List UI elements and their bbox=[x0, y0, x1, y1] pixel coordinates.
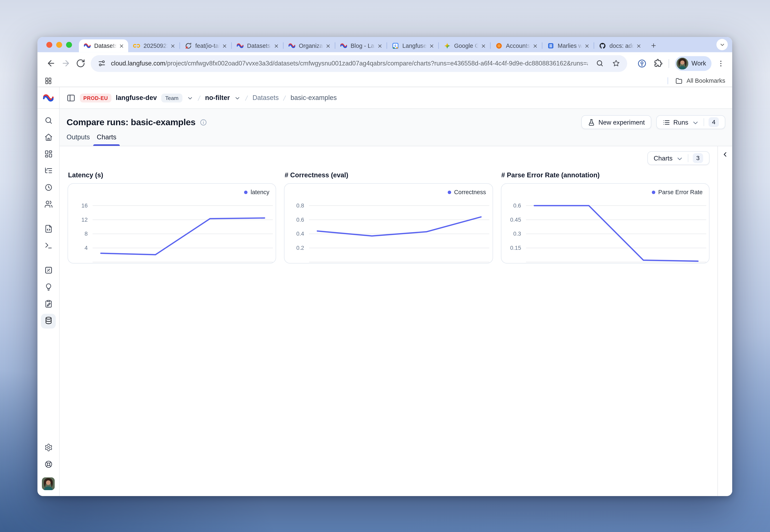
back-button[interactable] bbox=[43, 56, 58, 71]
browser-toolbar: cloud.langfuse.com/project/cmfwgv8fx002o… bbox=[37, 52, 732, 74]
minimize-window-button[interactable] bbox=[56, 42, 62, 48]
sidebar-item-prompts[interactable] bbox=[41, 222, 56, 237]
list-icon bbox=[663, 118, 670, 126]
breadcrumb-org[interactable]: langfuse-dev bbox=[116, 94, 157, 101]
charts-dropdown-button[interactable]: Charts 3 bbox=[647, 151, 709, 165]
address-bar[interactable]: cloud.langfuse.com/project/cmfwgv8fx002o… bbox=[91, 55, 628, 72]
site-settings-icon[interactable] bbox=[98, 59, 106, 68]
runs-label: Runs bbox=[674, 118, 689, 126]
github-favicon bbox=[599, 42, 606, 49]
tab-charts[interactable]: Charts bbox=[93, 133, 120, 146]
langfuse-logo[interactable] bbox=[37, 87, 59, 109]
sidebar-item-support[interactable] bbox=[41, 458, 56, 472]
legend-label: Correctness bbox=[454, 189, 486, 196]
browser-profile-chip[interactable]: Work bbox=[675, 56, 712, 71]
sidebar-item-home[interactable] bbox=[41, 131, 56, 145]
close-window-button[interactable] bbox=[46, 42, 52, 48]
sidebar-item-search[interactable] bbox=[41, 114, 56, 128]
terminal-icon bbox=[44, 241, 53, 251]
browser-tab[interactable]: feat(io-tab bbox=[180, 39, 231, 52]
all-bookmarks-label[interactable]: All Bookmarks bbox=[687, 77, 725, 84]
forward-button[interactable] bbox=[58, 56, 73, 71]
collapse-panel-icon[interactable] bbox=[721, 151, 729, 158]
user-avatar[interactable] bbox=[42, 477, 55, 490]
panel-toggle-icon[interactable] bbox=[67, 93, 75, 102]
right-rail bbox=[717, 146, 732, 496]
new-experiment-button[interactable]: New experiment bbox=[581, 115, 651, 129]
tab-close-icon[interactable] bbox=[376, 42, 384, 50]
page-content: Charts 3 Latency (s) 161284 latency # Co… bbox=[60, 146, 732, 496]
tab-close-icon[interactable] bbox=[583, 42, 591, 50]
maximize-window-button[interactable] bbox=[66, 42, 72, 48]
sidebar-item-dashboards[interactable] bbox=[41, 147, 56, 162]
lifebuoy-icon bbox=[44, 460, 53, 470]
svg-text:8: 8 bbox=[85, 230, 88, 237]
tab-close-icon[interactable] bbox=[272, 42, 280, 50]
tab-search-button[interactable] bbox=[716, 39, 728, 50]
tab-close-icon[interactable] bbox=[169, 42, 176, 50]
extensions-puzzle-icon[interactable] bbox=[653, 58, 663, 68]
svg-text:0.4: 0.4 bbox=[297, 230, 304, 237]
tab-label: 20250923 bbox=[143, 42, 168, 49]
zoom-icon[interactable] bbox=[596, 59, 604, 68]
environment-badge: PROD-EU bbox=[80, 93, 111, 102]
breadcrumb-dataset-name[interactable]: basic-examples bbox=[291, 94, 337, 101]
info-icon[interactable] bbox=[200, 118, 207, 126]
apps-grid-icon[interactable] bbox=[44, 77, 52, 84]
new-experiment-label: New experiment bbox=[599, 118, 645, 126]
chevron-down-icon[interactable] bbox=[234, 95, 241, 101]
sidebar-bottom bbox=[41, 441, 56, 496]
browser-tab[interactable]: Accounts | bbox=[491, 39, 542, 52]
breadcrumb-datasets-link[interactable]: Datasets bbox=[253, 94, 279, 101]
bookmark-star-icon[interactable] bbox=[612, 59, 621, 68]
sidebar-item-playground[interactable] bbox=[41, 239, 56, 254]
tab-close-icon[interactable] bbox=[221, 42, 228, 50]
tab-outputs[interactable]: Outputs bbox=[63, 133, 93, 146]
svg-text:0.45: 0.45 bbox=[510, 217, 521, 223]
sidebar-item-scores[interactable] bbox=[41, 264, 56, 278]
tab-close-icon[interactable] bbox=[479, 42, 487, 50]
browser-tab[interactable]: 6Langfuse - bbox=[387, 39, 438, 52]
tab-close-icon[interactable] bbox=[635, 42, 643, 50]
sidebar-item-users[interactable] bbox=[41, 197, 56, 212]
sidebar-item-evaluators[interactable] bbox=[41, 280, 56, 295]
browser-tab[interactable]: Datasets | La bbox=[79, 39, 128, 52]
breadcrumb-project[interactable]: no-filter bbox=[205, 94, 230, 101]
tab-label: Marlies we bbox=[557, 42, 583, 49]
tab-close-icon[interactable] bbox=[117, 42, 125, 50]
browser-tab[interactable]: Blog - Lang bbox=[335, 39, 387, 52]
svg-text:16: 16 bbox=[81, 202, 88, 209]
reload-button[interactable] bbox=[73, 56, 88, 71]
tab-label: Blog - Lang bbox=[351, 42, 376, 49]
blocks-icon bbox=[44, 149, 53, 160]
sidebar-item-annotation[interactable] bbox=[41, 297, 56, 312]
bookmarks-divider bbox=[668, 77, 668, 84]
sync-error-favicon bbox=[185, 42, 192, 49]
browser-menu-icon[interactable] bbox=[715, 58, 726, 69]
folder-icon bbox=[675, 77, 683, 84]
new-tab-button[interactable] bbox=[647, 39, 659, 51]
chevron-down-icon[interactable] bbox=[187, 95, 193, 101]
legend-dot bbox=[448, 190, 451, 194]
password-extension-icon[interactable] bbox=[637, 58, 647, 68]
tab-close-icon[interactable] bbox=[324, 42, 332, 50]
sidebar-item-tracing[interactable] bbox=[41, 164, 56, 179]
calendar6-favicon: 6 bbox=[392, 42, 399, 49]
sidebar-item-datasets[interactable] bbox=[41, 314, 56, 329]
browser-tab[interactable]: Datasets | L bbox=[232, 39, 283, 52]
browser-tab[interactable]: docs: add bbox=[594, 39, 646, 52]
url-text: cloud.langfuse.com/project/cmfwgv8fx002o… bbox=[111, 60, 588, 67]
charts-count-badge: 3 bbox=[693, 153, 703, 163]
browser-tab[interactable]: 20250923 bbox=[128, 39, 179, 52]
runs-dropdown-button[interactable]: Runs 4 bbox=[656, 115, 725, 129]
profile-label: Work bbox=[689, 60, 710, 67]
tab-close-icon[interactable] bbox=[531, 42, 539, 50]
browser-tab[interactable]: Organizatio bbox=[284, 39, 335, 52]
title-row: Compare runs: basic-examples New experim… bbox=[67, 115, 725, 130]
sidebar-item-settings[interactable] bbox=[41, 441, 56, 456]
tab-close-icon[interactable] bbox=[427, 42, 435, 50]
browser-tab[interactable]: Marlies we bbox=[542, 39, 594, 52]
sidebar-item-sessions[interactable] bbox=[41, 181, 56, 196]
browser-tab[interactable]: Google Ge bbox=[439, 39, 490, 52]
chart-group: # Correctness (eval) 0.80.60.40.2 Correc… bbox=[284, 171, 493, 264]
